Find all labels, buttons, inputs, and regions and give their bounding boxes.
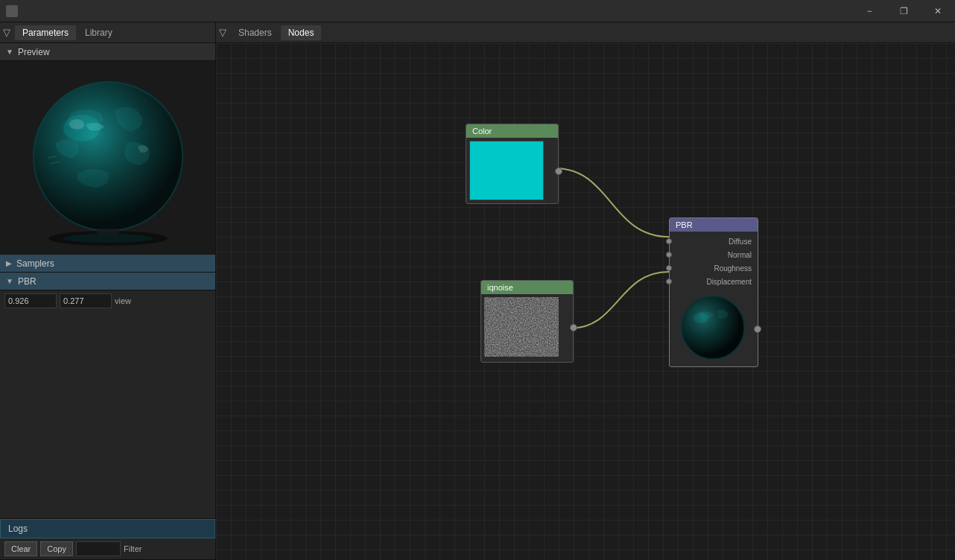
- color-node-body: [466, 138, 558, 203]
- globe-svg: [11, 69, 205, 247]
- pbr-node-body: Diffuse Normal Roughness Displaceme: [670, 232, 758, 291]
- pbr-output-port[interactable]: [754, 325, 761, 333]
- samplers-label: Samplers: [16, 258, 54, 269]
- svg-rect-11: [484, 297, 559, 357]
- svg-rect-10: [97, 229, 119, 235]
- right-tab-bar: ▽ Shaders Nodes: [216, 22, 955, 43]
- pbr-field1[interactable]: [4, 293, 57, 308]
- roughness-dot[interactable]: [666, 265, 672, 271]
- tab-library[interactable]: Library: [77, 25, 120, 40]
- pbr-port-diffuse: Diffuse: [670, 235, 758, 248]
- node-canvas[interactable]: Color iqnoise: [216, 43, 955, 560]
- displacement-label: Displacement: [676, 278, 752, 286]
- noise-preview-svg: [484, 297, 559, 357]
- filter-icon: ▽: [3, 27, 10, 38]
- color-port-right[interactable]: [555, 168, 562, 175]
- pbr-port-displacement: Displacement: [670, 275, 758, 288]
- diffuse-label: Diffuse: [676, 238, 752, 246]
- pbr-port-normal: Normal: [670, 248, 758, 261]
- normal-label: Normal: [676, 251, 752, 259]
- iqnoise-node[interactable]: iqnoise: [480, 280, 574, 363]
- pbr-field2[interactable]: [60, 293, 112, 308]
- pbr-preview-svg: [673, 294, 753, 361]
- left-tab-bar: ▽ Parameters Library: [0, 22, 215, 43]
- right-filter-icon: ▽: [219, 27, 226, 38]
- clear-button[interactable]: Clear: [4, 541, 37, 556]
- connections-svg: [216, 43, 955, 560]
- tab-nodes[interactable]: Nodes: [281, 25, 322, 40]
- preview-sphere: [0, 61, 215, 255]
- pbr-preview-area: [670, 291, 758, 366]
- app-body: ▽ Parameters Library ▼ Preview: [0, 22, 955, 560]
- close-button[interactable]: ✕: [921, 0, 955, 22]
- svg-point-7: [69, 119, 84, 130]
- displacement-dot[interactable]: [666, 279, 672, 284]
- iqnoise-node-header: iqnoise: [481, 281, 573, 294]
- pbr-port-roughness: Roughness: [670, 261, 758, 275]
- preview-section: ▼ Preview: [0, 43, 215, 255]
- app-icon: [6, 5, 18, 17]
- pbr-left-ports: Diffuse Normal Roughness Displaceme: [670, 232, 758, 291]
- iqnoise-node-body: [481, 294, 573, 362]
- samplers-arrow: ▶: [6, 259, 12, 267]
- svg-point-5: [34, 82, 183, 231]
- logs-label: Logs: [8, 524, 28, 534]
- normal-dot[interactable]: [666, 252, 672, 258]
- pbr-node[interactable]: PBR Diffuse Normal: [669, 217, 758, 367]
- svg-point-14: [694, 313, 708, 323]
- svg-point-6: [63, 115, 101, 141]
- tab-parameters[interactable]: Parameters: [15, 25, 76, 40]
- title-bar-controls: − ❐ ✕: [852, 0, 955, 22]
- tab-shaders[interactable]: Shaders: [231, 25, 279, 40]
- restore-button[interactable]: ❐: [886, 0, 921, 22]
- filter-input[interactable]: [76, 541, 121, 556]
- color-node-label: Color: [472, 127, 492, 136]
- copy-button[interactable]: Copy: [40, 541, 73, 556]
- svg-point-9: [63, 234, 153, 243]
- preview-label: Preview: [18, 47, 50, 57]
- iqnoise-node-label: iqnoise: [487, 283, 513, 292]
- pbr-section-header[interactable]: ▼ PBR: [0, 273, 215, 290]
- preview-content: [0, 61, 215, 255]
- diffuse-dot[interactable]: [666, 238, 672, 244]
- filter-label: Filter: [124, 544, 142, 553]
- pbr-label: PBR: [18, 276, 37, 287]
- preview-header[interactable]: ▼ Preview: [0, 43, 215, 61]
- color-node-header: Color: [466, 124, 558, 138]
- left-panel: ▽ Parameters Library ▼ Preview: [0, 22, 216, 560]
- samplers-header[interactable]: ▶ Samplers: [0, 255, 215, 273]
- color-preview: [469, 141, 544, 200]
- pbr-content: view: [0, 290, 215, 311]
- logs-header: Logs: [0, 519, 215, 538]
- roughness-label: Roughness: [676, 264, 752, 273]
- minimize-button[interactable]: −: [852, 0, 886, 22]
- pbr-node-header: PBR: [670, 218, 758, 232]
- pbr-view-label[interactable]: view: [115, 296, 131, 305]
- title-bar: − ❐ ✕: [0, 0, 955, 22]
- preview-arrow: ▼: [6, 48, 13, 56]
- logs-toolbar: Clear Copy Filter: [0, 538, 215, 560]
- color-node[interactable]: Color: [466, 124, 559, 204]
- logs-section: Logs Clear Copy Filter: [0, 518, 215, 560]
- pbr-node-label: PBR: [676, 220, 693, 229]
- iqnoise-port-right[interactable]: [570, 324, 577, 331]
- right-panel: ▽ Shaders Nodes Color: [216, 22, 955, 560]
- pbr-arrow: ▼: [6, 277, 13, 285]
